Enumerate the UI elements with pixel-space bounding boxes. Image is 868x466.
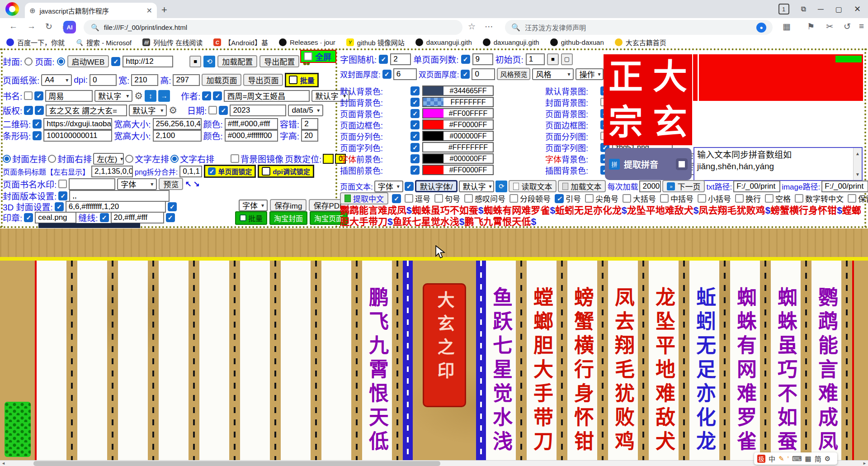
style-preview-button[interactable]: 风格预览 xyxy=(497,68,530,80)
cover-right-radio[interactable] xyxy=(48,155,56,163)
single-page-lock-checkbox[interactable] xyxy=(208,167,216,175)
preview-empty-column[interactable] xyxy=(118,261,159,460)
color-swatch-box[interactable]: #344665FF xyxy=(422,86,494,96)
mirror-checkbox[interactable] xyxy=(231,154,239,163)
preview-empty-column[interactable] xyxy=(159,261,199,460)
ime-item[interactable]: ⚙ xyxy=(825,455,830,463)
cover-version-input[interactable]: ,, xyxy=(69,190,170,202)
style-select[interactable]: 风格 xyxy=(532,68,574,80)
textarea-scrollbar[interactable]: ▲▼ xyxy=(853,148,862,180)
apps-grid-icon[interactable]: ▦ xyxy=(783,21,791,32)
preview-empty-column[interactable] xyxy=(321,261,362,460)
title-checkbox-2[interactable] xyxy=(34,91,43,100)
back-icon[interactable]: ← xyxy=(9,21,18,31)
punctuation-checkbox[interactable] xyxy=(795,194,803,203)
preview-text-column[interactable]: 螃蟹横行身怀钳 xyxy=(567,261,608,460)
barcode-input[interactable]: 100100000011 xyxy=(43,130,112,142)
default-font-button[interactable]: 默认字体/ xyxy=(415,180,458,192)
scroll-left-arrow[interactable]: ◄ xyxy=(1,461,5,466)
url-text[interactable]: file:///F:/_00/print/index.html xyxy=(104,24,187,31)
pinyin-toggle-button[interactable] xyxy=(676,158,688,170)
qrcode-err-input[interactable]: 2 xyxy=(301,118,318,130)
batch-toggle[interactable]: 批量 xyxy=(285,73,318,87)
ime-item[interactable]: ’ xyxy=(788,455,789,462)
punctuation-option[interactable]: 小括号 xyxy=(698,193,731,204)
author-checkbox-2[interactable] xyxy=(213,91,222,100)
ime-item[interactable]: 极 xyxy=(757,455,765,463)
clipped-input[interactable] xyxy=(38,223,140,228)
random-checkbox[interactable] xyxy=(379,55,388,64)
batch-checkbox[interactable] xyxy=(289,76,297,84)
barcode-fontheight-input[interactable]: 20 xyxy=(301,130,318,142)
tab-overview-icon[interactable]: ⧉ xyxy=(801,5,806,13)
load-config-button[interactable]: 加载配置 xyxy=(217,55,257,67)
title-gear-icon[interactable]: ⚙ xyxy=(134,90,143,101)
punctuation-checkbox[interactable] xyxy=(698,194,706,203)
page-thickness-input[interactable]: 0 xyxy=(472,68,495,80)
text-right-radio[interactable] xyxy=(170,155,179,163)
preview-text-column[interactable]: 鹏飞九霄恨天低 xyxy=(362,261,403,460)
bookmark-item[interactable]: Ygithub 镜像网站 xyxy=(346,38,405,47)
date-checkbox-1[interactable] xyxy=(208,106,217,114)
punctuation-checkbox[interactable] xyxy=(660,194,669,203)
tab-count-badge[interactable]: 1 xyxy=(778,4,789,14)
bookmark-item[interactable]: github-daxuan xyxy=(550,38,604,46)
dpi-lock-checkbox[interactable] xyxy=(262,167,270,176)
color-swatch-box[interactable]: #FF0000FF xyxy=(422,165,494,175)
color-checkbox[interactable] xyxy=(410,143,420,152)
export-page-button[interactable]: 导出页面 xyxy=(243,74,283,86)
color-swatch-box[interactable]: #FF0000FF xyxy=(422,119,494,130)
batch-green-button[interactable]: 批量 xyxy=(235,211,267,225)
new-tab-button[interactable]: + xyxy=(161,4,167,16)
punctuation-checkbox[interactable] xyxy=(464,194,473,203)
png-split-input[interactable]: 0,1,1 xyxy=(179,166,202,177)
extract-checkbox[interactable] xyxy=(392,194,401,203)
extract-chinese-button[interactable]: 提取中文 xyxy=(340,192,388,204)
tab-close-icon[interactable]: ✕ xyxy=(146,6,152,15)
punctuation-option[interactable]: 尖角号 xyxy=(585,193,618,204)
ai-extension-icon[interactable]: AI xyxy=(63,21,76,33)
watermark-preview-button[interactable]: 预览 xyxy=(159,178,183,190)
seam-checkbox[interactable] xyxy=(100,213,109,222)
scrollbar-thumb[interactable] xyxy=(33,461,440,466)
cover-3d-input[interactable]: 6,6,#ffffffff,1,20 xyxy=(66,201,166,213)
preview-text-column[interactable]: 龙坠平地难敌犬 xyxy=(649,261,689,460)
bookmark-item[interactable]: Releases · jour xyxy=(279,38,335,46)
punctuation-option[interactable]: 保留英文 xyxy=(848,193,868,204)
color-checkbox[interactable] xyxy=(410,86,420,95)
color-checkbox[interactable] xyxy=(410,166,420,175)
bookmark-item[interactable]: 🔍搜索 - Microsof xyxy=(75,38,132,47)
taobao-cover-button[interactable]: 淘宝封面 xyxy=(269,211,307,225)
scroll-right-arrow[interactable]: ► xyxy=(863,461,867,466)
start-page-input[interactable]: 1 xyxy=(526,53,545,65)
color-swatch-box[interactable]: #FFFFFFFF xyxy=(422,142,494,152)
dpi-lock-toggle[interactable]: dpi调试锁定 xyxy=(258,165,314,178)
qrcode-color-input[interactable]: #fff,#000,#fff xyxy=(225,118,278,130)
punctuation-option[interactable]: 换行 xyxy=(735,193,761,204)
bookmarks-panel-icon[interactable]: ⚑ xyxy=(807,21,815,32)
punctuation-checkbox[interactable] xyxy=(848,194,856,203)
cover-thickness-checkbox[interactable] xyxy=(382,70,392,79)
arrow-downright-icon[interactable]: ↘ xyxy=(193,179,200,189)
page-thickness-checkbox[interactable] xyxy=(461,70,470,79)
author-input[interactable]: 西周=周文王姬昌 xyxy=(224,90,310,102)
next-page-button[interactable]: »下一页 xyxy=(662,180,705,192)
export-config-button[interactable]: 导出配置 xyxy=(259,55,299,67)
preview-empty-column[interactable] xyxy=(77,261,118,460)
bookmark-item[interactable]: daxuanguji.gith xyxy=(415,38,472,46)
preview-text-column[interactable]: 鱼跃七星觉水浅 xyxy=(486,261,527,460)
close-button[interactable]: ✕ xyxy=(854,4,861,14)
ime-toolbar[interactable]: 极中✎’⌨▦简⚙ xyxy=(754,452,837,465)
color-swatch-box[interactable]: FFFFFFFF xyxy=(422,97,494,107)
punctuation-checkbox[interactable] xyxy=(765,194,774,203)
start-web-button[interactable]: 启动WEB xyxy=(67,55,109,67)
qrcode-size-input[interactable]: 256,256,10,4 xyxy=(153,118,202,130)
bookmark-item[interactable]: 百度一下，你就 xyxy=(6,38,65,47)
seal-checkbox[interactable] xyxy=(24,213,33,222)
preview-text-column[interactable]: 蜘蛛有网难罗雀 xyxy=(730,261,771,460)
page-position-box[interactable] xyxy=(323,154,334,164)
columns-input[interactable]: 9 xyxy=(472,53,493,65)
book-preview-area[interactable]: 鹏飞九霄恨天低大玄之印鱼跃七星觉水浅螳螂胆大手带刀螃蟹横行身怀钳凤去翔毛犹败鸡龙… xyxy=(0,228,868,466)
preview-text-column[interactable]: 蜘蛛虽巧不如蚕 xyxy=(771,261,811,460)
width-input[interactable]: 210 xyxy=(131,74,158,86)
